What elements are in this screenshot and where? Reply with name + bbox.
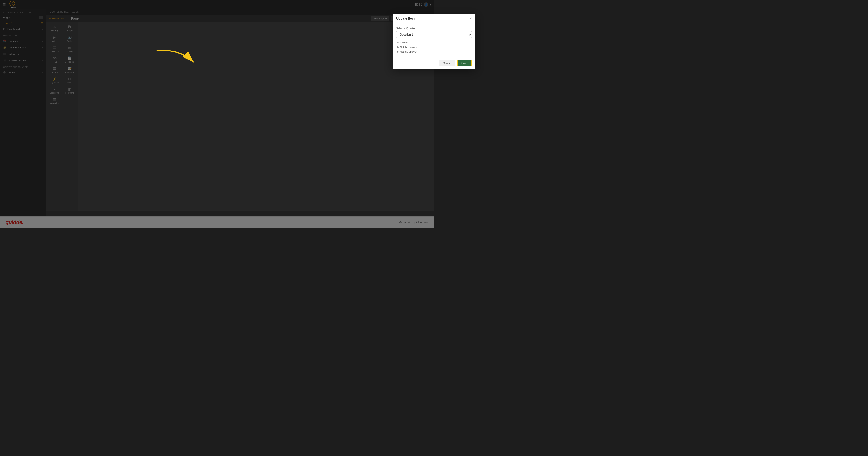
question-select[interactable]: Question 1 Question 2 Question 3 [396, 31, 434, 38]
answer-list: a: Answer b: Not the answer c: Not the a… [396, 40, 434, 54]
select-question-label: Select a Question: [396, 27, 434, 30]
arrow-annotation [143, 46, 212, 74]
modal-footer: Cancel Save [393, 58, 434, 69]
answer-b: b: Not the answer [397, 45, 434, 50]
modal-overlay: Update Item × Select a Question: Questio… [0, 0, 434, 228]
modal-body: Select a Question: Question 1 Question 2… [393, 23, 434, 58]
update-item-modal: Update Item × Select a Question: Questio… [393, 14, 434, 69]
answer-c: c: Not the answer [397, 50, 434, 54]
answer-a: a: Answer [397, 40, 434, 45]
modal-title: Update Item [396, 17, 415, 20]
modal-header: Update Item × [393, 14, 434, 23]
